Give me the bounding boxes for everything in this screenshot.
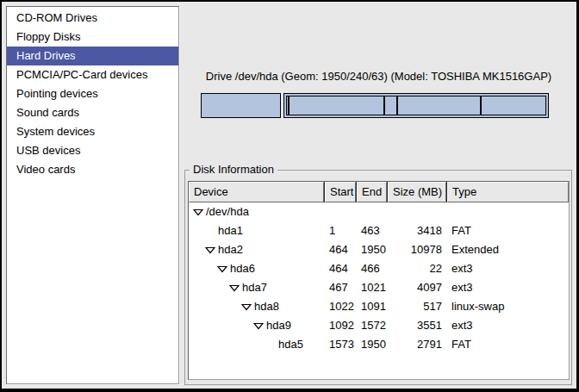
- device-cell: /dev/hda: [189, 202, 324, 221]
- disk-information-group: Disk Information Device Start End Size (…: [184, 170, 572, 385]
- partition-segment-hda1: [201, 93, 281, 118]
- sidebar-item-pcmcia-pc-card-devices[interactable]: PCMCIA/PC-Card devices: [7, 65, 178, 84]
- end-cell: 1021: [357, 278, 387, 297]
- table-row[interactable]: /dev/hda: [189, 202, 569, 221]
- start-cell: 467: [325, 278, 356, 297]
- device-label: /dev/hda: [206, 202, 249, 221]
- size-cell: 3418: [388, 221, 446, 240]
- device-label: hda9: [266, 316, 291, 335]
- column-header-start[interactable]: Start: [325, 182, 356, 202]
- expander-triangle-icon[interactable]: [217, 265, 230, 273]
- hardware-browser-window: CD-ROM DrivesFloppy DisksHard DrivesPCMC…: [0, 0, 579, 392]
- column-header-size[interactable]: Size (MB): [388, 182, 446, 202]
- column-header-device[interactable]: Device: [189, 182, 324, 202]
- sidebar-item-floppy-disks[interactable]: Floppy Disks: [7, 28, 178, 47]
- table-row[interactable]: hda5 1573 1950 2791 FAT: [189, 335, 569, 354]
- expander-triangle-icon[interactable]: [205, 246, 218, 254]
- sidebar-item-video-cards[interactable]: Video cards: [7, 160, 178, 179]
- start-cell: 464: [325, 240, 356, 259]
- end-cell: 463: [357, 221, 387, 240]
- sidebar-item-system-devices[interactable]: System devices: [7, 122, 178, 141]
- device-label: hda8: [254, 297, 279, 316]
- type-cell: FAT: [447, 335, 569, 354]
- device-cell: hda6: [189, 259, 324, 278]
- size-cell: 22: [388, 259, 446, 278]
- partition-segment-hda9: [397, 96, 480, 115]
- size-cell: 2791: [388, 335, 446, 354]
- device-cell: hda7: [189, 278, 324, 297]
- end-cell: [357, 202, 387, 221]
- type-cell: FAT: [447, 221, 569, 240]
- device-label: hda2: [218, 240, 243, 259]
- end-cell: 466: [357, 259, 387, 278]
- sidebar-item-hard-drives[interactable]: Hard Drives: [7, 47, 178, 65]
- partition-segment-hda5: [481, 96, 546, 115]
- column-header-type[interactable]: Type: [447, 182, 569, 202]
- partition-segment-hda2: [283, 93, 549, 118]
- device-label: hda5: [278, 335, 303, 354]
- size-cell: 10978: [388, 240, 446, 259]
- type-cell: Extended: [447, 240, 569, 259]
- table-row[interactable]: hda1 1 463 3418 FAT: [189, 221, 569, 240]
- start-cell: [325, 202, 356, 221]
- device-label: hda7: [242, 278, 267, 297]
- sidebar-item-sound-cards[interactable]: Sound cards: [7, 103, 178, 122]
- disk-information-title: Disk Information: [190, 163, 277, 176]
- device-cell: hda1: [189, 221, 324, 240]
- sidebar-item-usb-devices[interactable]: USB devices: [7, 141, 178, 160]
- start-cell: 1573: [325, 335, 356, 354]
- type-cell: linux-swap: [447, 297, 569, 316]
- table-row[interactable]: hda2 464 1950 10978 Extended: [189, 240, 569, 259]
- drive-geometry-label: Drive /dev/hda (Geom: 1950/240/63) (Mode…: [185, 70, 572, 83]
- start-cell: 1: [325, 221, 356, 240]
- end-cell: 1091: [357, 297, 387, 316]
- type-cell: ext3: [447, 278, 569, 297]
- partition-segment-hda7: [289, 96, 384, 115]
- type-cell: [447, 202, 569, 221]
- size-cell: 3551: [388, 316, 446, 335]
- end-cell: 1572: [357, 316, 387, 335]
- type-cell: ext3: [447, 316, 569, 335]
- column-header-end[interactable]: End: [357, 182, 387, 202]
- device-cell: hda9: [189, 316, 324, 335]
- table-row[interactable]: hda7 467 1021 4097 ext3: [189, 278, 569, 297]
- table-header-row: Device Start End Size (MB) Type: [189, 182, 569, 202]
- table-row[interactable]: hda6 464 466 22 ext3: [189, 259, 569, 278]
- type-cell: ext3: [447, 259, 569, 278]
- end-cell: 1950: [357, 240, 387, 259]
- table-body: /dev/hda hda1 1 463 3418 FAT hda2: [189, 202, 569, 354]
- start-cell: 1092: [325, 316, 356, 335]
- partition-table[interactable]: Device Start End Size (MB) Type /dev/hda: [188, 181, 570, 380]
- start-cell: 464: [325, 259, 356, 278]
- table-row[interactable]: hda8 1022 1091 517 linux-swap: [189, 297, 569, 316]
- expander-triangle-icon[interactable]: [193, 208, 206, 216]
- size-cell: [388, 202, 446, 221]
- partition-bar: [201, 93, 549, 118]
- sidebar-item-pointing-devices[interactable]: Pointing devices: [7, 84, 178, 103]
- size-cell: 517: [388, 297, 446, 316]
- device-category-list[interactable]: CD-ROM DrivesFloppy DisksHard DrivesPCMC…: [6, 6, 179, 384]
- end-cell: 1950: [357, 335, 387, 354]
- start-cell: 1022: [325, 297, 356, 316]
- device-cell: hda5: [189, 335, 324, 354]
- device-cell: hda8: [189, 297, 324, 316]
- device-label: hda6: [230, 259, 255, 278]
- device-label: hda1: [218, 221, 243, 240]
- sidebar-item-cd-rom-drives[interactable]: CD-ROM Drives: [7, 9, 178, 28]
- size-cell: 4097: [388, 278, 446, 297]
- expander-triangle-icon[interactable]: [253, 322, 266, 330]
- expander-triangle-icon[interactable]: [229, 284, 242, 292]
- device-cell: hda2: [189, 240, 324, 259]
- partition-segment-hda8: [384, 96, 398, 115]
- table-row[interactable]: hda9 1092 1572 3551 ext3: [189, 316, 569, 335]
- expander-triangle-icon[interactable]: [241, 303, 254, 311]
